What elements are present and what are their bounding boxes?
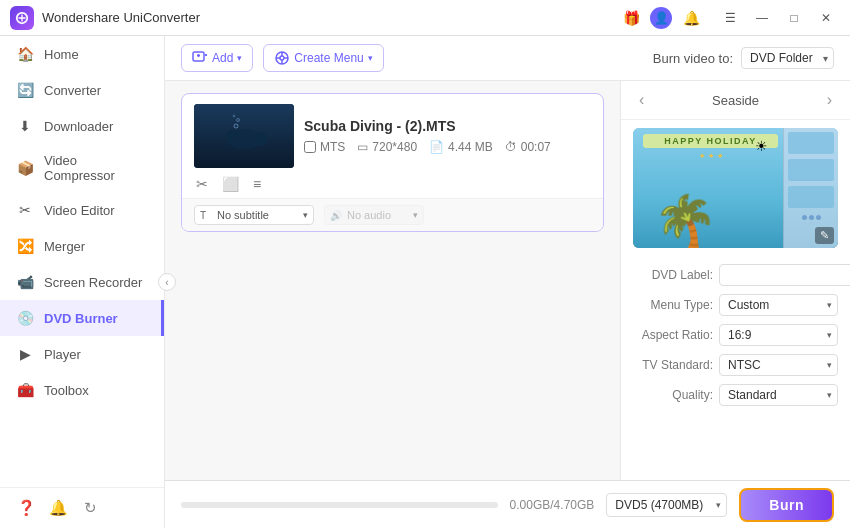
file-area: Scuba Diving - (2).MTS MTS ▭ 720*480 — [165, 81, 620, 480]
app-logo — [10, 6, 34, 30]
rp-next-btn[interactable]: › — [821, 89, 838, 111]
svg-point-6 — [226, 130, 238, 142]
rp-prev-btn[interactable]: ‹ — [633, 89, 650, 111]
sidebar: 🏠 Home 🔄 Converter ⬇ Downloader 📦 Video … — [0, 36, 165, 528]
format-item[interactable]: MTS — [304, 140, 345, 154]
app-title: Wondershare UniConverter — [42, 10, 618, 25]
svg-point-8 — [257, 132, 267, 146]
dvd-label-field: DVD Label: — [633, 264, 838, 286]
main-area: Scuba Diving - (2).MTS MTS ▭ 720*480 — [165, 81, 850, 480]
palm-tree-icon: 🌴 — [653, 196, 718, 248]
create-menu-label: Create Menu — [294, 51, 363, 65]
rp-fields: DVD Label: Menu Type: Custom Default Non… — [621, 256, 850, 414]
minimize-btn[interactable]: — — [748, 8, 776, 28]
notification-icon[interactable]: 🔔 — [48, 498, 68, 518]
size-item: 📄 4.44 MB — [429, 140, 493, 154]
top-row: Add ▾ Create Menu ▾ Burn video to: DVD F… — [165, 36, 850, 81]
burn-select-wrap[interactable]: DVD Folder DVD Disc ISO File — [741, 47, 834, 69]
file-card: Scuba Diving - (2).MTS MTS ▭ 720*480 — [181, 93, 604, 232]
sidebar-item-merger[interactable]: 🔀 Merger — [0, 228, 164, 264]
burn-button[interactable]: Burn — [739, 488, 834, 522]
quality-select[interactable]: Standard High Low — [719, 384, 838, 406]
sidebar-item-converter[interactable]: 🔄 Converter — [0, 72, 164, 108]
menu-type-text: Menu Type: — [633, 298, 713, 312]
file-info: Scuba Diving - (2).MTS MTS ▭ 720*480 — [304, 118, 591, 154]
app-body: 🏠 Home 🔄 Converter ⬇ Downloader 📦 Video … — [0, 36, 850, 528]
size-icon: 📄 — [429, 140, 444, 154]
resolution-item: ▭ 720*480 — [357, 140, 417, 154]
titlebar-actions: 🎁 👤 🔔 — [618, 5, 704, 31]
rp-dots — [788, 215, 834, 220]
sidebar-bottom: ❓ 🔔 ↻ — [0, 487, 164, 528]
cut-btn[interactable]: ✂ — [194, 174, 210, 194]
sidebar-item-player[interactable]: ▶ Player — [0, 336, 164, 372]
subtitle-select-wrap[interactable]: T No subtitle — [194, 205, 314, 225]
dot-3 — [816, 215, 821, 220]
gift-icon-btn[interactable]: 🎁 — [618, 5, 644, 31]
clock-icon: ⏱ — [505, 140, 517, 154]
create-menu-btn[interactable]: Create Menu ▾ — [263, 44, 383, 72]
rp-edit-btn[interactable]: ✎ — [815, 227, 834, 244]
sidebar-item-video-editor[interactable]: ✂ Video Editor — [0, 192, 164, 228]
svg-point-3 — [280, 56, 284, 60]
tv-standard-select-wrap[interactable]: NTSC PAL — [719, 354, 838, 376]
rp-nav-title: Seaside — [712, 93, 759, 108]
close-btn[interactable]: ✕ — [812, 8, 840, 28]
file-actions: ✂ ⬜ ≡ — [182, 174, 603, 194]
crop-btn[interactable]: ⬜ — [220, 174, 241, 194]
bell-icon-btn[interactable]: 🔔 — [678, 5, 704, 31]
audio-select: No audio — [324, 205, 424, 225]
file-card-top: Scuba Diving - (2).MTS MTS ▭ 720*480 — [182, 94, 603, 178]
file-thumbnail — [194, 104, 294, 168]
quality-field: Quality: Standard High Low — [633, 384, 838, 406]
menu-btn[interactable]: ☰ — [716, 8, 744, 28]
content-area: Add ▾ Create Menu ▾ Burn video to: DVD F… — [165, 36, 850, 528]
sidebar-item-toolbox[interactable]: 🧰 Toolbox — [0, 372, 164, 408]
merger-icon: 🔀 — [16, 237, 34, 255]
format-checkbox[interactable] — [304, 141, 316, 153]
dvd-type-select-wrap[interactable]: DVD5 (4700MB) DVD9 (8500MB) — [606, 493, 727, 517]
sun-icon: ☀ — [755, 138, 768, 154]
burn-destination: Burn video to: DVD Folder DVD Disc ISO F… — [620, 36, 850, 80]
effect-btn[interactable]: ≡ — [251, 174, 263, 194]
menu-type-field: Menu Type: Custom Default None — [633, 294, 838, 316]
user-icon-btn[interactable]: 👤 — [650, 7, 672, 29]
add-media-arrow: ▾ — [237, 53, 242, 63]
sidebar-item-video-compressor[interactable]: 📦 Video Compressor — [0, 144, 164, 192]
sidebar-label-dvd: DVD Burner — [44, 311, 118, 326]
sidebar-item-home[interactable]: 🏠 Home — [0, 36, 164, 72]
add-media-btn[interactable]: Add ▾ — [181, 44, 253, 72]
tv-standard-select[interactable]: NTSC PAL — [719, 354, 838, 376]
duration-item: ⏱ 00:07 — [505, 140, 551, 154]
file-bottom: T No subtitle 🔊 No audio — [182, 198, 603, 231]
sidebar-label-merger: Merger — [44, 239, 85, 254]
dvd-label-input[interactable] — [719, 264, 850, 286]
subtitle-select[interactable]: No subtitle — [194, 205, 314, 225]
rp-nav: ‹ Seaside › — [621, 81, 850, 120]
thumb-image — [194, 104, 294, 168]
format-label: MTS — [320, 140, 345, 154]
aspect-ratio-select-wrap[interactable]: 16:9 4:3 — [719, 324, 838, 346]
sidebar-label-editor: Video Editor — [44, 203, 115, 218]
rp-thumb-3 — [788, 186, 834, 208]
burn-label: Burn video to: — [653, 51, 733, 66]
sidebar-label-toolbox: Toolbox — [44, 383, 89, 398]
collapse-sidebar-btn[interactable]: ‹ — [158, 273, 176, 291]
menu-type-select[interactable]: Custom Default None — [719, 294, 838, 316]
player-icon: ▶ — [16, 345, 34, 363]
sidebar-item-screen-recorder[interactable]: 📹 Screen Recorder — [0, 264, 164, 300]
dvd-type-select[interactable]: DVD5 (4700MB) DVD9 (8500MB) — [606, 493, 727, 517]
sidebar-item-dvd-burner[interactable]: 💿 DVD Burner — [0, 300, 164, 336]
aspect-ratio-select[interactable]: 16:9 4:3 — [719, 324, 838, 346]
storage-info: 0.00GB/4.70GB — [510, 498, 595, 512]
resolution-icon: ▭ — [357, 140, 368, 154]
sidebar-item-downloader[interactable]: ⬇ Downloader — [0, 108, 164, 144]
sidebar-label-converter: Converter — [44, 83, 101, 98]
burn-destination-select[interactable]: DVD Folder DVD Disc ISO File — [741, 47, 834, 69]
quality-select-wrap[interactable]: Standard High Low — [719, 384, 838, 406]
maximize-btn[interactable]: □ — [780, 8, 808, 28]
rp-thumb-2 — [788, 159, 834, 181]
help-icon[interactable]: ❓ — [16, 498, 36, 518]
menu-type-select-wrap[interactable]: Custom Default None — [719, 294, 838, 316]
refresh-icon[interactable]: ↻ — [80, 498, 100, 518]
